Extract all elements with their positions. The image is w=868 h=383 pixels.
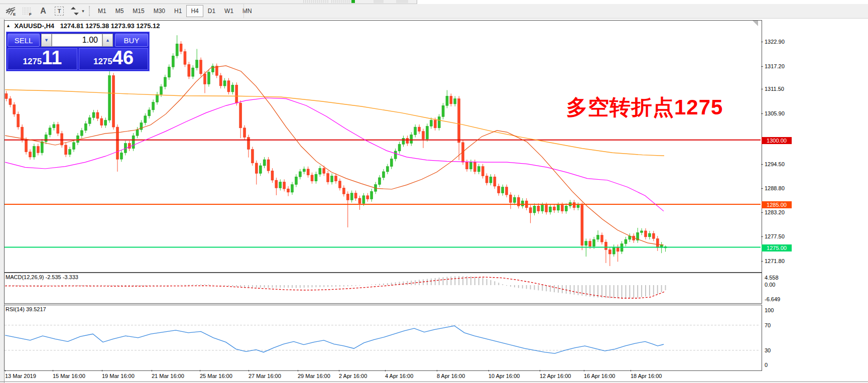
macd-axis-label: 4.558 <box>765 275 779 281</box>
tf-button-MN[interactable]: MN <box>238 5 257 17</box>
tf-button-M1[interactable]: M1 <box>93 5 111 17</box>
price-axis-tick <box>761 89 763 89</box>
autoscroll-corner-icon[interactable] <box>753 21 758 26</box>
ma-mid-magenta-line <box>5 98 664 211</box>
chart-annotation: 多空转折点1275 <box>566 93 723 121</box>
toolbar-drag-handle[interactable] <box>89 6 90 16</box>
time-axis-label: 8 Apr 16:00 <box>437 373 465 379</box>
price-axis-label: 1322.90 <box>765 39 785 45</box>
price-axis-tick <box>761 212 763 213</box>
tf-button-D1[interactable]: D1 <box>203 5 220 17</box>
toolbar-fragment <box>303 0 329 3</box>
text-label-icon[interactable]: A <box>36 5 50 18</box>
price-line-badge: 1275.00 <box>762 244 792 251</box>
price-line-badge: 1285.00 <box>762 201 792 208</box>
price-axis-label: 1277.50 <box>765 233 785 239</box>
time-axis-tick <box>488 370 489 371</box>
rsi-axis-label: 30 <box>765 347 771 353</box>
time-axis-label: 27 Mar 16:00 <box>249 373 281 379</box>
time-axis-tick <box>437 370 437 371</box>
time-axis-label: 13 Mar 2019 <box>5 373 36 379</box>
time-axis-label: 29 Mar 16:00 <box>298 373 330 379</box>
sell-price-pips: 11 <box>42 49 62 67</box>
buy-price-pips: 46 <box>112 49 134 67</box>
time-axis-tick <box>385 370 386 371</box>
time-axis-label: 12 Apr 16:00 <box>540 373 571 379</box>
macd-signal-line <box>5 277 664 298</box>
toolbar-fragment <box>396 0 408 3</box>
price-axis-label: 1294.50 <box>765 161 785 167</box>
time-axis-tick <box>152 370 152 371</box>
time-axis-tick <box>53 370 53 371</box>
timeframe-bar: M1M5M15M30H1H4D1W1MN <box>93 5 257 17</box>
time-axis-label: 25 Mar 16:00 <box>200 373 232 379</box>
price-axis-tick <box>761 236 763 237</box>
rsi-label: RSI(14) 39.5217 <box>6 306 46 312</box>
price-axis-label: 1288.80 <box>765 185 785 191</box>
arrows-tool-icon[interactable]: ▼ <box>68 5 86 18</box>
buy-price-display[interactable]: 127546 <box>79 48 148 70</box>
time-axis-tick <box>631 370 631 371</box>
ma-slow-orange-line <box>5 90 664 156</box>
toolbar-fragment <box>374 0 384 3</box>
price-axis-label: 1317.20 <box>765 63 785 69</box>
time-axis-label: 19 Mar 16:00 <box>102 373 135 379</box>
volume-increase-button[interactable]: ▲ <box>102 34 113 47</box>
time-axis-tick <box>200 370 200 371</box>
time-axis-label: 18 Apr 16:00 <box>631 373 662 379</box>
dropdown-caret-icon[interactable]: ▼ <box>81 9 85 14</box>
macd-group <box>5 276 666 298</box>
time-axis-tick <box>249 370 249 371</box>
time-axis-label: 2 Apr 16:00 <box>339 373 367 379</box>
svg-text:E: E <box>13 12 16 16</box>
indicators-expert-icon[interactable]: E <box>4 5 18 18</box>
price-axis-tick <box>761 261 763 262</box>
price-line-badge: 1300.00 <box>762 137 792 144</box>
price-axis-label: 1311.50 <box>765 86 784 92</box>
tf-button-H1[interactable]: H1 <box>170 5 186 17</box>
time-axis-tick <box>298 370 298 371</box>
price-axis-label: 1271.80 <box>765 258 785 264</box>
volume-input[interactable] <box>52 34 102 47</box>
time-axis-tick <box>102 370 102 371</box>
rsi-axis-label: 100 <box>765 307 774 313</box>
top-toolbar-strip <box>0 0 417 4</box>
macd-label: MACD(12,26,9) -2.535 -3.333 <box>6 274 78 280</box>
toolbar-separator <box>243 4 244 18</box>
rsi-axis-label: 70 <box>765 322 771 328</box>
toolbar-fragment-green <box>351 0 355 3</box>
tf-button-H4[interactable]: H4 <box>186 5 203 17</box>
price-axis-tick <box>761 66 763 67</box>
tf-button-M15[interactable]: M15 <box>128 5 149 17</box>
tf-button-M30[interactable]: M30 <box>149 5 170 17</box>
sell-price-main: 1275 <box>23 57 42 67</box>
chart-title: ▲ XAUUSD-,H4 1274.81 1275.38 1273.93 127… <box>6 22 160 30</box>
time-axis-label: 10 Apr 16:00 <box>488 373 520 379</box>
rsi-axis-label: 0 <box>765 362 768 368</box>
toolbar-fragment <box>331 0 350 3</box>
tf-button-M5[interactable]: M5 <box>111 5 129 17</box>
buy-button[interactable]: BUY <box>115 34 148 47</box>
tf-button-W1[interactable]: W1 <box>220 5 238 17</box>
ohlc-values: 1274.81 1275.38 1273.93 1275.12 <box>60 22 160 30</box>
price-axis-tick <box>761 164 763 165</box>
sell-button[interactable]: SELL <box>8 34 40 47</box>
macd-axis-label: 0.00 <box>765 282 775 288</box>
symbol-triangle-icon: ▲ <box>6 23 11 28</box>
rsi-group <box>5 325 761 353</box>
time-axis-tick <box>540 370 540 371</box>
price-axis-tick <box>761 113 763 114</box>
toolbar: E F A T ▼ M1M5M15M30H1H4D1W1MN <box>0 4 868 19</box>
text-box-icon[interactable]: T <box>52 5 66 18</box>
price-axis-tick <box>761 188 763 189</box>
grid-forecast-icon[interactable]: F <box>20 5 34 18</box>
volume-decrease-button[interactable]: ▼ <box>41 34 52 47</box>
terminal-window: E F A T ▼ M1M5M15M30H1H4D1W1MN <box>0 0 868 383</box>
price-axis-label: 1305.90 <box>765 110 785 116</box>
time-axis-label: 15 Mar 16:00 <box>53 373 85 379</box>
one-click-trading-panel: SELL ▼ ▲ BUY 127511 127546 <box>6 32 150 71</box>
macd-axis-label: -6.649 <box>765 296 780 302</box>
symbol-timeframe: XAUUSD-,H4 <box>15 22 54 30</box>
svg-text:F: F <box>29 12 32 16</box>
sell-price-display[interactable]: 127511 <box>8 48 77 70</box>
